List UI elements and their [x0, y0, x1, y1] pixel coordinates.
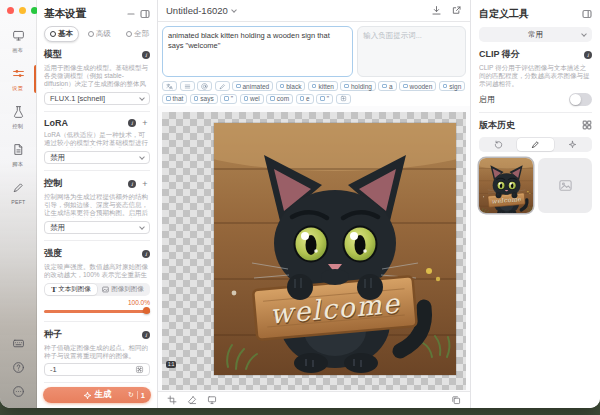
enable-toggle[interactable]	[569, 93, 592, 106]
grid-icon[interactable]	[581, 120, 592, 131]
token-checkbox[interactable]	[403, 84, 408, 89]
generate-button[interactable]: 生成 ↻ 1	[43, 387, 151, 403]
token-checkbox[interactable]	[280, 84, 285, 89]
rail-item-peft[interactable]: PEFT	[0, 178, 36, 207]
token-checkbox[interactable]	[382, 84, 387, 89]
text-to-image-tab[interactable]: T 文本到图像	[45, 284, 97, 295]
close-button[interactable]	[7, 7, 14, 14]
file-icon	[12, 142, 25, 160]
share-icon[interactable]	[451, 5, 462, 16]
token-checkbox[interactable]	[443, 84, 448, 89]
image-to-image-tab[interactable]: 图像到图像	[97, 284, 149, 295]
token-chip[interactable]: wel	[240, 94, 264, 104]
tab-高级[interactable]: 高级	[82, 26, 117, 42]
slider-knob[interactable]	[143, 307, 150, 314]
keyboard-button[interactable]	[11, 337, 26, 352]
token-checkbox[interactable]	[236, 84, 241, 89]
token-chip[interactable]: animated	[232, 81, 273, 91]
edit-tab[interactable]	[517, 138, 554, 151]
rail-item-canvas[interactable]: 画布	[0, 26, 36, 56]
token-checkbox[interactable]	[224, 96, 229, 101]
add-lora-button[interactable]	[140, 118, 150, 128]
model-select[interactable]: FLUX.1 [schnell]	[44, 92, 150, 105]
generated-image[interactable]: welcome welcome	[214, 123, 456, 375]
token-label: sign	[449, 83, 461, 90]
token-chip[interactable]: "	[220, 94, 237, 104]
token-toolbar-edit-icon[interactable]	[215, 81, 230, 91]
token-chip[interactable]: kitten	[308, 81, 338, 91]
rail-item-settings[interactable]: 设置	[0, 64, 36, 94]
negative-prompt-input[interactable]: 输入负面提示词...	[357, 26, 466, 77]
token-label: "	[327, 95, 329, 102]
info-icon[interactable]	[128, 180, 136, 188]
panel-toggle-icon[interactable]	[581, 9, 592, 20]
divider	[479, 112, 592, 113]
token-chip[interactable]: com	[266, 94, 293, 104]
crop-icon[interactable]	[167, 395, 177, 405]
info-icon[interactable]	[142, 51, 150, 59]
lora-select[interactable]: 禁用	[44, 151, 150, 164]
tab-基本[interactable]: 基本	[44, 26, 79, 42]
control-select[interactable]: 禁用	[44, 221, 150, 234]
refresh-icon: ↻	[128, 391, 134, 399]
token-toolbar-list-icon[interactable]	[180, 81, 195, 91]
copy-icon[interactable]	[451, 395, 461, 405]
dice-icon[interactable]	[135, 365, 144, 374]
rail-item-label: 控制	[13, 123, 24, 130]
eraser-icon[interactable]	[187, 395, 197, 405]
slider-track	[44, 310, 150, 313]
kitten-illustration: welcome welcome	[214, 123, 456, 375]
document-title-menu[interactable]: Untitled-16020	[166, 5, 236, 16]
strength-slider[interactable]	[44, 307, 150, 315]
display-icon[interactable]	[207, 395, 217, 405]
token-checkbox[interactable]	[300, 96, 305, 101]
token-checkbox[interactable]	[166, 96, 171, 101]
token-chip[interactable]: that	[162, 94, 187, 104]
token-chip[interactable]: black	[276, 81, 306, 91]
help-button[interactable]	[11, 361, 26, 376]
token-checkbox[interactable]	[244, 96, 249, 101]
compare-tab[interactable]	[554, 138, 591, 151]
token-chip[interactable]: a	[378, 81, 396, 91]
seed-input[interactable]: -1	[44, 363, 150, 376]
download-icon[interactable]	[431, 5, 442, 16]
token-chip[interactable]: sign	[439, 81, 465, 91]
more-button[interactable]	[11, 385, 26, 400]
rail-item-script[interactable]: 脚本	[0, 140, 36, 170]
flask-icon	[12, 104, 25, 122]
info-icon[interactable]	[584, 51, 592, 59]
canvas-viewport[interactable]: welcome welcome 1:1	[158, 106, 470, 391]
token-toolbar-expand-icon[interactable]	[336, 94, 351, 104]
history-thumbnail-empty[interactable]	[538, 158, 592, 213]
rail-item-control[interactable]: 控制	[0, 102, 36, 132]
chevron-down-icon	[139, 224, 145, 230]
history-thumbnail-selected[interactable]: welcome welcome	[479, 158, 533, 213]
panel-toggle-icon[interactable]	[139, 9, 150, 20]
token-checkbox[interactable]	[194, 96, 199, 101]
token-chip[interactable]: e	[296, 94, 314, 104]
token-toolbar-translate-icon[interactable]	[162, 81, 177, 91]
preset-select[interactable]: 常用	[479, 27, 592, 42]
collapse-icon[interactable]	[125, 9, 136, 20]
tab-icon	[50, 31, 56, 37]
token-checkbox[interactable]	[312, 84, 317, 89]
info-icon[interactable]	[142, 250, 150, 258]
history-tab[interactable]	[480, 138, 517, 151]
prompt-input[interactable]: animated black kitten holding a wooden s…	[162, 26, 353, 77]
add-control-button[interactable]	[140, 179, 150, 189]
settings-tabs: 基本高级全部	[44, 26, 150, 42]
tab-全部[interactable]: 全部	[120, 26, 155, 42]
generate-batch-area[interactable]: ↻ 1	[128, 387, 145, 403]
info-icon[interactable]	[128, 119, 136, 127]
token-checkbox[interactable]	[320, 96, 325, 101]
token-toolbar-mention-icon[interactable]	[197, 81, 212, 91]
token-checkbox[interactable]	[270, 96, 275, 101]
token-chip[interactable]: wooden	[399, 81, 436, 91]
token-chip[interactable]: says	[190, 94, 218, 104]
token-checkbox[interactable]	[344, 84, 349, 89]
token-chip[interactable]: "	[316, 94, 333, 104]
minimize-button[interactable]	[19, 7, 26, 14]
token-chip[interactable]: holding	[340, 81, 375, 91]
info-icon[interactable]	[142, 331, 150, 339]
history-view-segmented	[479, 137, 592, 152]
